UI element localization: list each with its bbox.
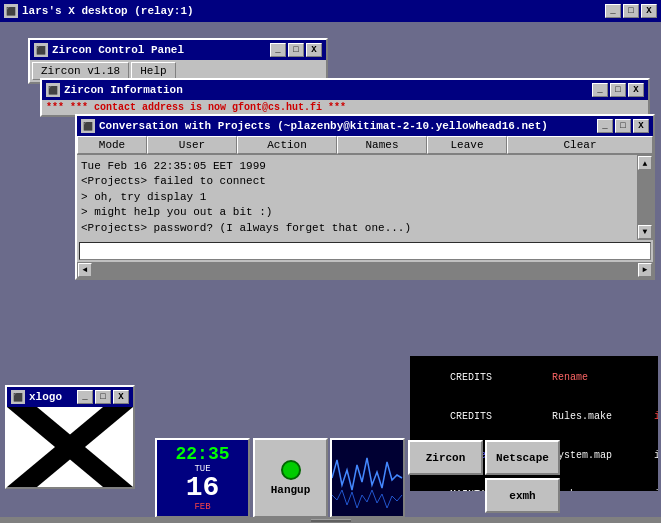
desktop-titlebar: ⬛ lars's X desktop (relay:1) _ □ X xyxy=(0,0,661,22)
zircon-control-maximize[interactable]: □ xyxy=(288,43,304,57)
zircon-info-minimize[interactable]: _ xyxy=(592,83,608,97)
xlogo-window: ⬛ xlogo _ □ X xyxy=(5,385,135,489)
netscape-app-button[interactable]: Netscape xyxy=(485,440,560,475)
col-action: Action xyxy=(237,136,337,154)
grip-handle xyxy=(311,519,351,522)
desktop-icon: ⬛ xyxy=(4,4,18,18)
waveform-widget xyxy=(330,438,405,518)
col-leave: Leave xyxy=(427,136,507,154)
zircon-control-titlebar: ⬛ Zircon Control Panel _ □ X xyxy=(30,40,326,60)
zircon-info-icon: ⬛ xyxy=(46,83,60,97)
zircon-control-close[interactable]: X xyxy=(306,43,322,57)
clock-time: 22:35 xyxy=(175,444,229,464)
term-credits2: CREDITS xyxy=(450,411,492,422)
xlogo-close[interactable]: X xyxy=(113,390,129,404)
conversation-icon: ⬛ xyxy=(81,119,95,133)
xlogo-titlebar: ⬛ xlogo _ □ X xyxy=(7,387,133,407)
zircon-control-icon: ⬛ xyxy=(34,43,48,57)
scroll-up-btn[interactable]: ▲ xyxy=(638,156,652,170)
netscape-btn-label: Netscape xyxy=(496,452,549,464)
chat-input-area xyxy=(77,240,653,262)
zircon-control-title: Zircon Control Panel xyxy=(52,44,270,56)
xlogo-buttons: _ □ X xyxy=(77,390,129,404)
titlebar-buttons: _ □ X xyxy=(605,4,657,18)
clock-date: 16 xyxy=(186,474,220,502)
green-indicator xyxy=(281,460,301,480)
chat-scrollbar-v[interactable]: ▲ ▼ xyxy=(637,155,653,240)
chat-scrollbar-h[interactable]: ◄ ► xyxy=(77,262,653,278)
zircon-info-buttons: _ □ X xyxy=(592,83,644,97)
conversation-close[interactable]: X xyxy=(633,119,649,133)
chat-container: Tue Feb 16 22:35:05 EET 1999 <Projects> … xyxy=(77,155,653,240)
scroll-down-btn[interactable]: ▼ xyxy=(638,225,652,239)
col-names: Names xyxy=(337,136,427,154)
info-stars: *** *** contact address is now gfont@cs.… xyxy=(46,102,346,113)
xlogo-minimize[interactable]: _ xyxy=(77,390,93,404)
scroll-track-h[interactable] xyxy=(92,263,638,277)
chat-content: Tue Feb 16 22:35:05 EET 1999 <Projects> … xyxy=(77,155,637,240)
waveform-svg xyxy=(332,440,403,516)
clock-month: FEB xyxy=(194,502,210,512)
conversation-buttons: _ □ X xyxy=(597,119,649,133)
zircon-info-titlebar: ⬛ Zircon Information _ □ X xyxy=(42,80,648,100)
status-grip xyxy=(0,517,661,523)
column-headers: Mode User Action Names Leave Clear xyxy=(77,136,653,155)
zircon-info-close[interactable]: X xyxy=(628,83,644,97)
chat-line-1: <Projects> failed to connect xyxy=(81,174,633,189)
term-rename: Rename xyxy=(552,372,588,383)
xlogo-content xyxy=(7,407,133,487)
exmh-app-button[interactable]: exmh xyxy=(485,478,560,513)
minimize-button[interactable]: _ xyxy=(605,4,621,18)
maximize-button[interactable]: □ xyxy=(623,4,639,18)
desktop-title: lars's X desktop (relay:1) xyxy=(22,5,605,17)
chat-line-4: <Projects> password? (I always forget th… xyxy=(81,221,633,236)
clock-widget: 22:35 TUE 16 FEB xyxy=(155,438,250,518)
xlogo-maximize[interactable]: □ xyxy=(95,390,111,404)
term-include: include xyxy=(654,411,658,422)
hangup-label: Hangup xyxy=(271,484,311,496)
conversation-window: ⬛ Conversation with Projects (~plazenby@… xyxy=(75,114,655,280)
xlogo-icon: ⬛ xyxy=(11,390,25,404)
svg-rect-3 xyxy=(332,440,403,516)
zircon-btn-label: Zircon xyxy=(426,452,466,464)
exmh-btn-label: exmh xyxy=(509,490,535,502)
term-line-1: CREDITS Rules.make include xyxy=(414,397,654,436)
close-button[interactable]: X xyxy=(641,4,657,18)
scroll-left-btn[interactable]: ◄ xyxy=(78,263,92,277)
chat-line-0: Tue Feb 16 22:35:05 EET 1999 xyxy=(81,159,633,174)
zircon-control-minimize[interactable]: _ xyxy=(270,43,286,57)
chat-line-2: > oh, try display 1 xyxy=(81,190,633,205)
hangup-button[interactable]: Hangup xyxy=(253,438,328,518)
conversation-maximize[interactable]: □ xyxy=(615,119,631,133)
zircon-app-button[interactable]: Zircon xyxy=(408,440,483,475)
term-credits: CREDITS xyxy=(450,372,492,383)
col-user: User xyxy=(147,136,237,154)
zircon-information-window: ⬛ Zircon Information _ □ X *** *** conta… xyxy=(40,78,650,117)
chat-input[interactable] xyxy=(79,242,651,260)
conversation-titlebar: ⬛ Conversation with Projects (~plazenby@… xyxy=(77,116,653,136)
zircon-info-title: Zircon Information xyxy=(64,84,592,96)
term-init: init xyxy=(654,450,658,461)
xlogo-title: xlogo xyxy=(29,391,77,403)
conversation-minimize[interactable]: _ xyxy=(597,119,613,133)
conversation-title: Conversation with Projects (~plazenby@ki… xyxy=(99,120,597,132)
scroll-right-btn[interactable]: ► xyxy=(638,263,652,277)
scroll-track-v[interactable] xyxy=(638,170,652,225)
chat-line-3: > might help you out a bit :) xyxy=(81,205,633,220)
col-mode: Mode xyxy=(77,136,147,154)
xlogo-svg xyxy=(7,407,133,487)
zircon-control-buttons: _ □ X xyxy=(270,43,322,57)
zircon-info-maximize[interactable]: □ xyxy=(610,83,626,97)
zircon-info-content: *** *** contact address is now gfont@cs.… xyxy=(42,100,648,115)
term-ipc: ipc xyxy=(654,489,658,491)
col-clear: Clear xyxy=(507,136,653,154)
desktop: ⬛ lars's X desktop (relay:1) _ □ X ⬛ Zir… xyxy=(0,0,661,523)
term-line-0: CREDITS Rename xyxy=(414,358,654,397)
